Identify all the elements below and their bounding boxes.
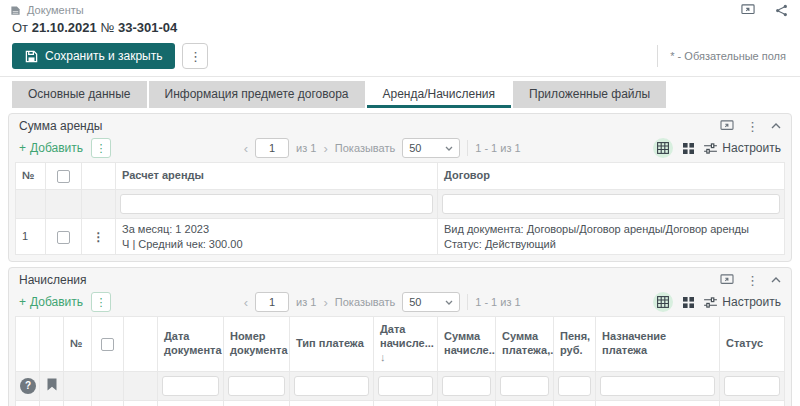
accruals-section: Начисления ⋮ + Добавить ⋮ ‹ из 1 › Показ…: [8, 267, 792, 406]
documents-icon: [10, 5, 21, 16]
filter-accrual-date-input[interactable]: [378, 376, 433, 396]
status-dot-column-header: [16, 317, 40, 371]
configure-button[interactable]: Настроить: [704, 141, 781, 155]
add-menu-button[interactable]: ⋮: [91, 292, 111, 312]
show-label: Показывать: [335, 296, 395, 308]
prev-page-icon[interactable]: ‹: [244, 141, 248, 156]
filter-contract-input[interactable]: [442, 194, 780, 214]
open-in-window-icon[interactable]: [741, 4, 755, 17]
section-menu-icon[interactable]: ⋮: [746, 274, 759, 287]
collapse-section-icon[interactable]: [771, 123, 781, 129]
page-number-input[interactable]: [255, 138, 289, 158]
table-view-icon[interactable]: [653, 138, 673, 158]
range-label: 1 - 1 из 1: [475, 296, 520, 308]
column-header-payment-type[interactable]: Тип платежа: [290, 317, 374, 371]
select-all-checkbox[interactable]: [57, 170, 70, 183]
open-in-window-icon[interactable]: [720, 120, 734, 132]
title-date: 21.10.2021: [32, 20, 97, 35]
plus-icon: +: [19, 295, 26, 309]
range-label: 1 - 1 из 1: [475, 142, 520, 154]
save-button-label: Сохранить и закрыть: [45, 49, 162, 63]
configure-label: Настроить: [722, 295, 781, 309]
collapse-section-icon[interactable]: [771, 277, 781, 283]
bookmark-icon[interactable]: [47, 378, 57, 391]
add-button[interactable]: + Добавить: [19, 295, 83, 309]
accruals-toolbar: + Добавить ⋮ ‹ из 1 › Показывать 50 1 - …: [9, 290, 791, 316]
save-icon: [25, 50, 38, 63]
open-in-window-icon[interactable]: [720, 274, 734, 286]
title-prefix: От: [12, 20, 28, 35]
add-menu-button[interactable]: ⋮: [91, 138, 111, 158]
share-icon[interactable]: [775, 4, 788, 17]
column-header-calc: Расчет аренды: [116, 163, 438, 190]
add-button-label: Добавить: [30, 141, 83, 155]
filter-purpose-input[interactable]: [600, 376, 715, 396]
filter-doc-number-input[interactable]: [228, 376, 285, 396]
tab-rent-accruals[interactable]: Аренда/Начисления: [367, 81, 512, 108]
column-header-doc-date[interactable]: Дата документа: [158, 317, 224, 371]
cards-view-icon[interactable]: [683, 297, 694, 308]
column-header-doc-number[interactable]: Номер документа: [224, 317, 290, 371]
column-header-status[interactable]: Статус: [720, 317, 785, 371]
filter-penalty-input[interactable]: [558, 376, 591, 396]
add-button[interactable]: + Добавить: [19, 141, 83, 155]
filter-payment-type-input[interactable]: [294, 376, 369, 396]
required-fields-note: * - Обязательные поля: [657, 45, 788, 67]
page-size-select[interactable]: 50: [402, 138, 460, 158]
add-button-label: Добавить: [30, 295, 83, 309]
next-page-icon[interactable]: ›: [323, 141, 327, 156]
page-size-select[interactable]: 50: [402, 292, 460, 312]
configure-label: Настроить: [722, 141, 781, 155]
topbar: Документы: [0, 0, 800, 18]
column-header-penalty[interactable]: Пеня, руб.: [554, 317, 596, 371]
page-size-value: 50: [409, 142, 421, 154]
filter-calc-input[interactable]: [120, 194, 433, 214]
pager: ‹ из 1 › Показывать 50 1 - 1 из 1: [244, 138, 521, 158]
column-header-num: №: [64, 317, 92, 371]
column-header-num: №: [16, 163, 46, 190]
filter-doc-date-input[interactable]: [162, 376, 219, 396]
accruals-title: Начисления: [19, 273, 87, 287]
column-header-payment-sum[interactable]: Сумма платежа,...: [496, 317, 554, 371]
sort-desc-icon: ↓: [380, 351, 386, 363]
tab-bar: Основные данные Информация предмете дого…: [0, 77, 800, 108]
row-menu-icon[interactable]: ⋮: [93, 230, 105, 244]
rent-sum-table: № Расчет аренды Договор 1 ⋮ За месяц: 1 …: [15, 162, 785, 255]
sliders-icon: [704, 297, 717, 308]
help-icon[interactable]: ?: [20, 378, 36, 394]
filter-status-input[interactable]: [724, 376, 780, 396]
title-number-sign: №: [100, 20, 114, 35]
sliders-icon: [704, 143, 717, 154]
view-controls: Настроить: [653, 292, 781, 312]
save-and-close-button[interactable]: Сохранить и закрыть: [12, 43, 175, 69]
contract-cell: Вид документа: Договоры/Договор аренды/Д…: [438, 218, 785, 255]
configure-button[interactable]: Настроить: [704, 295, 781, 309]
page-number-input[interactable]: [255, 292, 289, 312]
select-all-header: [46, 163, 82, 190]
chevron-down-icon: [445, 300, 453, 305]
tab-contract-subject-info[interactable]: Информация предмете договора: [149, 81, 365, 108]
filter-accrual-sum-input[interactable]: [442, 376, 491, 396]
column-header-accrual-date[interactable]: Дата начисле... ↓: [374, 317, 438, 371]
calc-cell: За месяц: 1 2023 Ч | Средний чек: 300.00: [116, 218, 438, 255]
next-page-icon[interactable]: ›: [323, 295, 327, 310]
select-all-checkbox[interactable]: [101, 338, 114, 351]
page-of-label: из 1: [296, 296, 316, 308]
tab-main-data[interactable]: Основные данные: [12, 81, 147, 108]
tab-attached-files[interactable]: Приложенные файлы: [513, 81, 666, 108]
row-checkbox[interactable]: [57, 231, 70, 244]
column-header-purpose[interactable]: Назначение платежа: [596, 317, 720, 371]
filter-payment-sum-input[interactable]: [500, 376, 549, 396]
payment-type-cell: Арендный - фиксированный: [290, 400, 374, 406]
status-cell: Оплачено: [720, 400, 785, 406]
more-actions-button[interactable]: ⋮: [182, 43, 208, 69]
column-header-accrual-sum[interactable]: Сумма начисле...: [438, 317, 496, 371]
table-view-icon[interactable]: [653, 292, 673, 312]
section-menu-icon[interactable]: ⋮: [746, 120, 759, 133]
rent-sum-section: Сумма аренды ⋮ + Добавить ⋮ ‹ из 1 › Пок…: [8, 113, 792, 262]
view-controls: Настроить: [653, 138, 781, 158]
rent-sum-header: Сумма аренды ⋮: [9, 114, 791, 136]
flag-column-header: [40, 317, 64, 371]
cards-view-icon[interactable]: [683, 143, 694, 154]
prev-page-icon[interactable]: ‹: [244, 295, 248, 310]
